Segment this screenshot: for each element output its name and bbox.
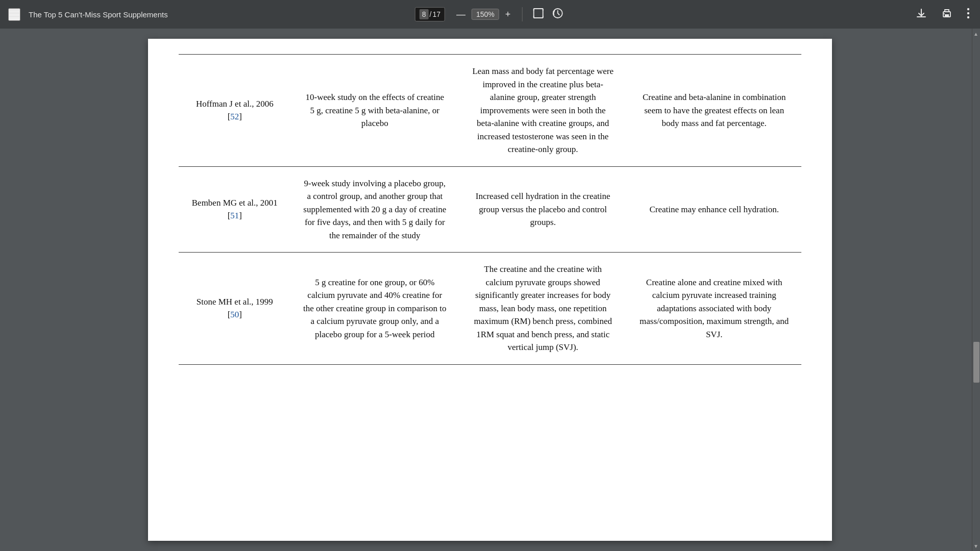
table-row: Bemben MG et al., 2001 [51] 9-week study… — [179, 166, 801, 253]
pdf-viewer: Hoffman J et al., 2006 [52] 10-week stud… — [0, 29, 980, 551]
svg-rect-4 — [535, 10, 541, 16]
toolbar-right-actions — [914, 6, 972, 23]
scroll-up-arrow[interactable]: ▲ — [972, 29, 980, 39]
results-cell: Increased cell hydration in the creatine… — [459, 166, 627, 253]
table-row: Hoffman J et al., 2006 [52] 10-week stud… — [179, 55, 801, 167]
results-description: The creatine and the creatine with calci… — [474, 264, 612, 352]
page-navigation: 8 / 17 — 150% + — [415, 6, 566, 23]
svg-point-19 — [967, 16, 969, 18]
svg-rect-3 — [533, 9, 543, 18]
reference-link[interactable]: 50 — [230, 310, 239, 319]
conclusion-text: Creatine alone and creatine mixed with c… — [640, 278, 789, 339]
results-description: Lean mass and body fat percentage were i… — [472, 66, 614, 154]
study-description: 10-week study on the effects of creatine… — [306, 92, 445, 128]
fit-page-button[interactable] — [530, 6, 546, 23]
scrollbar-thumb[interactable] — [973, 342, 979, 383]
scrollbar[interactable]: ▲ ▼ — [972, 29, 980, 551]
author-cell: Stone MH et al., 1999 [50] — [179, 253, 291, 365]
current-page[interactable]: 8 — [420, 9, 429, 19]
history-button[interactable] — [550, 6, 565, 23]
reference-link[interactable]: 51 — [230, 211, 239, 220]
zoom-out-button[interactable]: — — [453, 8, 469, 21]
download-button[interactable] — [914, 6, 929, 23]
results-cell: Lean mass and body fat percentage were i… — [459, 55, 627, 167]
zoom-in-button[interactable]: + — [502, 8, 514, 21]
reference-link[interactable]: 52 — [230, 112, 239, 121]
total-pages: 17 — [432, 10, 440, 18]
study-cell: 5 g creatine for one group, or 60% calci… — [291, 253, 459, 365]
zoom-value: 150% — [472, 9, 499, 20]
table-row: Stone MH et al., 1999 [50] 5 g creatine … — [179, 253, 801, 365]
print-button[interactable] — [939, 6, 954, 23]
study-description: 9-week study involving a placebo group, … — [303, 179, 446, 240]
svg-rect-0 — [9, 9, 19, 11]
svg-point-16 — [944, 13, 945, 14]
conclusion-text: Creatine may enhance cell hydration. — [649, 205, 778, 214]
menu-button[interactable] — [8, 8, 20, 21]
toolbar: The Top 5 Can't-Miss Sport Supplements 8… — [0, 0, 980, 29]
author-cell: Hoffman J et al., 2006 [52] — [179, 55, 291, 167]
results-description: Increased cell hydration in the creatine… — [476, 191, 610, 227]
page-separator: / — [430, 10, 432, 18]
svg-point-18 — [967, 12, 969, 14]
results-cell: The creatine and the creatine with calci… — [459, 253, 627, 365]
content-table: Hoffman J et al., 2006 [52] 10-week stud… — [179, 54, 801, 365]
scroll-down-arrow[interactable]: ▼ — [972, 541, 980, 551]
more-options-button[interactable] — [965, 6, 972, 23]
conclusion-cell: Creatine and beta-alanine in combination… — [627, 55, 801, 167]
study-cell: 9-week study involving a placebo group, … — [291, 166, 459, 253]
svg-rect-15 — [945, 14, 949, 17]
author-cell: Bemben MG et al., 2001 [51] — [179, 166, 291, 253]
svg-rect-1 — [9, 12, 19, 14]
zoom-controls: — 150% + — [453, 8, 513, 21]
svg-point-17 — [967, 8, 969, 10]
divider — [522, 7, 522, 21]
study-description: 5 g creatine for one group, or 60% calci… — [303, 278, 446, 339]
svg-rect-2 — [9, 16, 19, 17]
page-indicator: 8 / 17 — [415, 7, 445, 21]
conclusion-text: Creatine and beta-alanine in combination… — [643, 92, 786, 128]
pdf-page: Hoffman J et al., 2006 [52] 10-week stud… — [148, 39, 832, 541]
conclusion-cell: Creatine alone and creatine mixed with c… — [627, 253, 801, 365]
study-cell: 10-week study on the effects of creatine… — [291, 55, 459, 167]
conclusion-cell: Creatine may enhance cell hydration. — [627, 166, 801, 253]
